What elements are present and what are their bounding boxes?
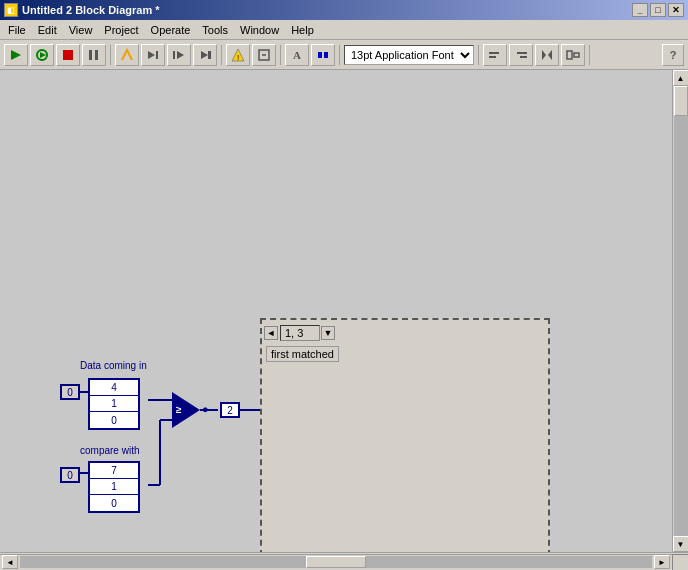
svg-rect-11: [208, 51, 211, 59]
pause-button[interactable]: [82, 44, 106, 66]
restore-button[interactable]: □: [650, 3, 666, 17]
minimize-button[interactable]: _: [632, 3, 648, 17]
horizontal-scrollbar: ◄ ►: [0, 554, 672, 570]
text-tool-button[interactable]: A: [285, 44, 309, 66]
toolbar-separator-6: [589, 45, 590, 65]
scroll-up-button[interactable]: ▲: [673, 70, 689, 86]
svg-rect-21: [517, 52, 527, 54]
scroll-thumb-h[interactable]: [306, 556, 366, 568]
step-into-button[interactable]: [141, 44, 165, 66]
scroll-track-v[interactable]: [674, 86, 688, 536]
svg-marker-0: [11, 50, 21, 60]
svg-rect-25: [567, 51, 572, 59]
svg-text:A: A: [293, 49, 301, 61]
menu-file[interactable]: File: [2, 22, 32, 38]
first-matched-label: first matched: [266, 346, 339, 362]
menu-window[interactable]: Window: [234, 22, 285, 38]
menu-operate[interactable]: Operate: [145, 22, 197, 38]
toolbar-separator-2: [221, 45, 222, 65]
data-element-0: 4: [90, 380, 138, 396]
step-over-button[interactable]: [167, 44, 191, 66]
distribute-button[interactable]: [535, 44, 559, 66]
toolbar-separator-1: [110, 45, 111, 65]
highlight-button[interactable]: [115, 44, 139, 66]
toolbar: ! A 13pt Application Font ?: [0, 40, 688, 70]
svg-rect-3: [63, 50, 73, 60]
svg-marker-23: [542, 50, 546, 60]
svg-marker-8: [177, 51, 184, 59]
svg-marker-10: [201, 51, 208, 59]
display-panel-inner: ◄ 1, 3 ▼ first matched: [262, 320, 548, 552]
run-continuous-button[interactable]: [30, 44, 54, 66]
compare-element-1: 1: [90, 479, 138, 495]
help-button[interactable]: ?: [662, 44, 684, 66]
compare-element-0: 7: [90, 463, 138, 479]
svg-marker-24: [548, 50, 552, 60]
svg-text:!: !: [237, 53, 239, 62]
wire-connector: ●: [202, 403, 209, 415]
toolbar-separator-5: [478, 45, 479, 65]
data-element-2: 0: [90, 412, 138, 428]
stop-button[interactable]: [56, 44, 80, 66]
search-operator-label: ≥: [176, 404, 182, 415]
close-button[interactable]: ✕: [668, 3, 684, 17]
display-value-box[interactable]: 1, 3: [280, 325, 320, 341]
svg-marker-2: [40, 52, 46, 58]
display-left-indicator: ◄: [264, 326, 278, 340]
compare-index-box[interactable]: 0: [60, 467, 80, 483]
search-1d-array-block[interactable]: ≥: [172, 392, 200, 428]
display-panel[interactable]: ◄ 1, 3 ▼ first matched: [260, 318, 550, 552]
title-bar: ◧ Untitled 2 Block Diagram * _ □ ✕: [0, 0, 688, 20]
toolbar-separator-3: [280, 45, 281, 65]
font-select[interactable]: 13pt Application Font: [344, 45, 474, 65]
svg-rect-20: [489, 56, 496, 58]
output-display-box[interactable]: 2: [220, 402, 240, 418]
svg-text:?: ?: [670, 49, 677, 61]
data-coming-in-label: Data coming in: [80, 360, 147, 371]
status-bar: ◄ ►: [0, 552, 688, 570]
title-bar-left: ◧ Untitled 2 Block Diagram *: [4, 3, 160, 17]
run-button[interactable]: [4, 44, 28, 66]
compare-element-2: 0: [90, 495, 138, 511]
menu-project[interactable]: Project: [98, 22, 144, 38]
scroll-right-button[interactable]: ►: [654, 555, 670, 569]
warn-button[interactable]: !: [226, 44, 250, 66]
increment-button[interactable]: [311, 44, 335, 66]
vertical-scrollbar: ▲ ▼: [672, 70, 688, 552]
resize-button[interactable]: [561, 44, 585, 66]
diagram-panel: Data coming in 0 4 1 0 compare with 0 7 …: [0, 70, 672, 552]
data-array-block[interactable]: 4 1 0: [88, 378, 140, 430]
display-dropdown-arrow[interactable]: ▼: [321, 326, 335, 340]
svg-rect-19: [489, 52, 499, 54]
scroll-left-button[interactable]: ◄: [2, 555, 18, 569]
svg-marker-6: [148, 51, 155, 59]
toolbar-separator-4: [339, 45, 340, 65]
main-area: Data coming in 0 4 1 0 compare with 0 7 …: [0, 70, 688, 552]
scroll-thumb-v[interactable]: [674, 86, 688, 116]
svg-rect-17: [318, 52, 322, 58]
svg-rect-22: [520, 56, 527, 58]
data-index-box[interactable]: 0: [60, 384, 80, 400]
retain-button[interactable]: [252, 44, 276, 66]
svg-rect-26: [574, 53, 579, 57]
diagram-canvas[interactable]: Data coming in 0 4 1 0 compare with 0 7 …: [0, 70, 672, 552]
display-header: ◄ 1, 3 ▼: [264, 322, 546, 344]
title-icon: ◧: [4, 3, 18, 17]
title-buttons: _ □ ✕: [632, 3, 684, 17]
compare-with-label: compare with: [80, 445, 139, 456]
step-out-button[interactable]: [193, 44, 217, 66]
data-element-1: 1: [90, 396, 138, 412]
scroll-track-h[interactable]: [20, 556, 652, 568]
svg-rect-4: [89, 50, 92, 60]
menu-help[interactable]: Help: [285, 22, 320, 38]
scroll-down-button[interactable]: ▼: [673, 536, 689, 552]
window-title: Untitled 2 Block Diagram *: [22, 4, 160, 16]
menu-view[interactable]: View: [63, 22, 99, 38]
menu-tools[interactable]: Tools: [196, 22, 234, 38]
menu-edit[interactable]: Edit: [32, 22, 63, 38]
align-right-button[interactable]: [509, 44, 533, 66]
align-left-button[interactable]: [483, 44, 507, 66]
compare-array-block[interactable]: 7 1 0: [88, 461, 140, 513]
svg-rect-5: [95, 50, 98, 60]
menu-bar: File Edit View Project Operate Tools Win…: [0, 20, 688, 40]
